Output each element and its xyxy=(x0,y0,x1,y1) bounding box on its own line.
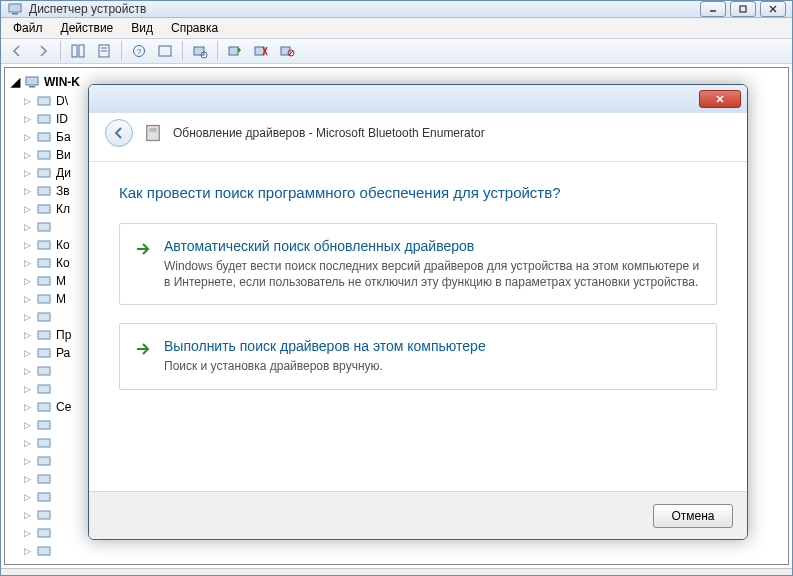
dialog-back-button[interactable] xyxy=(105,119,133,147)
expand-icon[interactable]: ▷ xyxy=(23,457,32,466)
expand-icon[interactable]: ▷ xyxy=(23,493,32,502)
device-category-icon xyxy=(36,291,52,307)
svg-rect-45 xyxy=(38,457,50,465)
update-driver-button[interactable] xyxy=(223,39,247,63)
toolbar-separator xyxy=(182,41,183,61)
expand-icon[interactable]: ▷ xyxy=(23,115,32,124)
expand-icon[interactable]: ▷ xyxy=(23,385,32,394)
back-button[interactable] xyxy=(5,39,29,63)
action-button[interactable] xyxy=(153,39,177,63)
device-category-icon xyxy=(36,273,52,289)
maximize-button[interactable] xyxy=(730,1,756,17)
device-category-icon xyxy=(36,363,52,379)
tree-node-label: Ба xyxy=(56,130,71,144)
menu-help[interactable]: Справка xyxy=(163,18,226,38)
expand-icon[interactable]: ▷ xyxy=(23,205,32,214)
svg-rect-39 xyxy=(38,349,50,357)
expand-icon[interactable]: ▷ xyxy=(23,295,32,304)
device-category-icon xyxy=(36,309,52,325)
expand-icon[interactable]: ▷ xyxy=(23,367,32,376)
svg-rect-49 xyxy=(38,529,50,537)
menu-view[interactable]: Вид xyxy=(123,18,161,38)
svg-rect-31 xyxy=(38,205,50,213)
svg-rect-25 xyxy=(38,97,50,105)
expand-icon[interactable]: ▷ xyxy=(23,511,32,520)
option-auto-title: Автоматический поиск обновленных драйвер… xyxy=(164,238,700,254)
svg-rect-44 xyxy=(38,439,50,447)
close-button[interactable] xyxy=(760,1,786,17)
expand-icon[interactable]: ▷ xyxy=(23,403,32,412)
device-icon xyxy=(143,123,163,143)
collapse-icon[interactable]: ◢ xyxy=(11,75,20,89)
expand-icon[interactable]: ▷ xyxy=(23,133,32,142)
menu-file[interactable]: Файл xyxy=(5,18,51,38)
expand-icon[interactable]: ▷ xyxy=(23,223,32,232)
tree-node[interactable]: ▷ xyxy=(23,542,784,560)
svg-rect-33 xyxy=(38,241,50,249)
expand-icon[interactable]: ▷ xyxy=(23,277,32,286)
svg-rect-41 xyxy=(38,385,50,393)
device-category-icon xyxy=(36,435,52,451)
svg-rect-24 xyxy=(29,86,35,88)
dialog-close-button[interactable] xyxy=(699,90,741,108)
svg-rect-46 xyxy=(38,475,50,483)
scan-hardware-button[interactable] xyxy=(188,39,212,63)
svg-rect-7 xyxy=(79,45,84,57)
menu-bar: Файл Действие Вид Справка xyxy=(1,18,792,39)
option-browse-computer[interactable]: Выполнить поиск драйверов на этом компью… xyxy=(119,323,717,389)
status-bar xyxy=(1,568,792,575)
tree-node-label: М xyxy=(56,292,66,306)
tree-node-label: Ви xyxy=(56,148,71,162)
option-auto-search[interactable]: Автоматический поиск обновленных драйвер… xyxy=(119,223,717,305)
device-category-icon xyxy=(36,183,52,199)
svg-rect-53 xyxy=(147,126,160,141)
expand-icon[interactable]: ▷ xyxy=(23,349,32,358)
option-auto-desc: Windows будет вести поиск последних верс… xyxy=(164,258,700,290)
svg-rect-42 xyxy=(38,403,50,411)
disable-device-button[interactable] xyxy=(275,39,299,63)
expand-icon[interactable]: ▷ xyxy=(23,421,32,430)
tree-node-label: D\ xyxy=(56,94,68,108)
expand-icon[interactable]: ▷ xyxy=(23,439,32,448)
svg-rect-30 xyxy=(38,187,50,195)
tree-node-label: Пр xyxy=(56,328,71,342)
expand-icon[interactable]: ▷ xyxy=(23,475,32,484)
svg-rect-38 xyxy=(38,331,50,339)
tree-node-label: Се xyxy=(56,400,71,414)
show-hide-tree-button[interactable] xyxy=(66,39,90,63)
help-button[interactable]: ? xyxy=(127,39,151,63)
expand-icon[interactable]: ▷ xyxy=(23,169,32,178)
properties-button[interactable] xyxy=(92,39,116,63)
device-category-icon xyxy=(36,399,52,415)
window-title: Диспетчер устройств xyxy=(29,2,700,16)
uninstall-device-button[interactable] xyxy=(249,39,273,63)
cancel-button[interactable]: Отмена xyxy=(653,504,733,528)
expand-icon[interactable]: ▷ xyxy=(23,241,32,250)
expand-icon[interactable]: ▷ xyxy=(23,313,32,322)
expand-icon[interactable]: ▷ xyxy=(23,259,32,268)
update-driver-dialog: Обновление драйверов - Microsoft Bluetoo… xyxy=(88,84,748,540)
option-browse-desc: Поиск и установка драйверов вручную. xyxy=(164,358,700,374)
expand-icon[interactable]: ▷ xyxy=(23,187,32,196)
expand-icon[interactable]: ▷ xyxy=(23,151,32,160)
expand-icon[interactable]: ▷ xyxy=(23,529,32,538)
expand-icon[interactable]: ▷ xyxy=(23,97,32,106)
svg-rect-1 xyxy=(12,13,18,15)
svg-rect-32 xyxy=(38,223,50,231)
svg-rect-40 xyxy=(38,367,50,375)
svg-rect-3 xyxy=(740,6,746,12)
svg-text:?: ? xyxy=(137,47,142,56)
expand-icon[interactable]: ▷ xyxy=(23,547,32,556)
svg-rect-0 xyxy=(9,4,21,12)
svg-rect-13 xyxy=(159,46,171,56)
device-category-icon xyxy=(36,489,52,505)
svg-rect-47 xyxy=(38,493,50,501)
svg-rect-27 xyxy=(38,133,50,141)
tree-node-label: Зв xyxy=(56,184,70,198)
minimize-button[interactable] xyxy=(700,1,726,17)
device-category-icon xyxy=(36,417,52,433)
expand-icon[interactable]: ▷ xyxy=(23,331,32,340)
menu-action[interactable]: Действие xyxy=(53,18,122,38)
dialog-footer: Отмена xyxy=(89,491,747,539)
forward-button[interactable] xyxy=(31,39,55,63)
